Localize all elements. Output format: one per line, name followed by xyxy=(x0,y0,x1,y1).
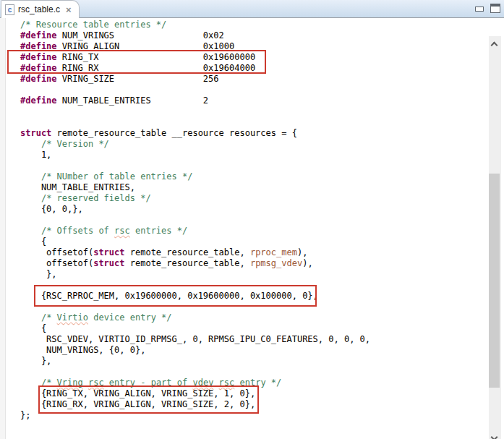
code-editor: /* Resource table entries */#define NUM_… xyxy=(0,18,504,439)
tab-close-icon[interactable]: × xyxy=(66,5,72,14)
code-line: /* Virtio device entry */ xyxy=(0,312,489,323)
code-line: {RING_RX, VRING_ALIGN, VRING_SIZE, 2, 0}… xyxy=(0,399,489,410)
code-line: 1, xyxy=(0,150,489,161)
code-line: struct remote_resource_table __resource … xyxy=(0,128,489,139)
maximize-icon[interactable] xyxy=(490,4,500,13)
tab-rsc-table-c[interactable]: c rsc_table.c × xyxy=(1,0,80,18)
vertical-scrollbar[interactable] xyxy=(489,36,501,439)
code-line: offsetof(struct remote_resource_table, r… xyxy=(0,258,489,269)
scroll-down-icon[interactable] xyxy=(491,434,498,439)
code-line xyxy=(0,280,489,291)
vertical-scrollbar-thumb[interactable] xyxy=(489,174,500,388)
code-line xyxy=(0,106,489,117)
code-line: offsetof(struct remote_resource_table, r… xyxy=(0,247,489,258)
code-line xyxy=(0,85,489,95)
code-line: /* Vring rsc entry - part of vdev rsc en… xyxy=(0,378,489,388)
code-line: { xyxy=(0,236,489,247)
code-line: #define VRING_SIZE 256 xyxy=(0,74,489,85)
code-line: }, xyxy=(0,356,489,367)
code-line: /* NUmber of table entries */ xyxy=(0,171,489,182)
code-line: {0, 0,}, xyxy=(0,204,489,215)
code-line: #define VRING_ALIGN 0x1000 xyxy=(0,41,489,52)
code-area[interactable]: /* Resource table entries */#define NUM_… xyxy=(0,20,489,426)
editor-tab-bar: c rsc_table.c × xyxy=(0,0,504,18)
code-line: #define RING_TX 0x19600000 xyxy=(0,52,489,63)
code-line: #define NUM_VRINGS 0x02 xyxy=(0,30,489,41)
scroll-up-icon[interactable] xyxy=(491,42,498,49)
code-line xyxy=(0,302,489,312)
code-line: /* Offsets of rsc entries */ xyxy=(0,226,489,236)
code-line: }; xyxy=(0,410,489,421)
code-line: {RSC_RPROC_MEM, 0x19600000, 0x19600000, … xyxy=(0,291,489,302)
code-line: { xyxy=(0,323,489,334)
view-controls xyxy=(475,4,500,13)
tab-title: rsc_table.c xyxy=(18,4,60,14)
code-line xyxy=(0,215,489,226)
code-line: #define NUM_TABLE_ENTRIES 2 xyxy=(0,95,489,106)
code-line: {RING_TX, VRING_ALIGN, VRING_SIZE, 1, 0}… xyxy=(0,388,489,399)
code-line: #define RING_RX 0x19604000 xyxy=(0,63,489,74)
code-line: /* Version */ xyxy=(0,139,489,150)
code-line xyxy=(0,161,489,171)
code-line xyxy=(0,367,489,378)
code-line xyxy=(0,117,489,128)
minimize-icon[interactable] xyxy=(475,7,484,12)
code-line: /* Resource table entries */ xyxy=(0,20,489,30)
code-line: NUM_VRINGS, {0, 0}, xyxy=(0,345,489,356)
code-line: /* reserved fields */ xyxy=(0,193,489,204)
code-line: RSC_VDEV, VIRTIO_ID_RPMSG_, 0, RPMSG_IPU… xyxy=(0,334,489,345)
c-file-icon: c xyxy=(5,4,14,15)
code-line: }, xyxy=(0,269,489,280)
code-line: NUM_TABLE_ENTRIES, xyxy=(0,182,489,193)
editor-window: c rsc_table.c × /* Resource table entrie… xyxy=(0,0,504,439)
